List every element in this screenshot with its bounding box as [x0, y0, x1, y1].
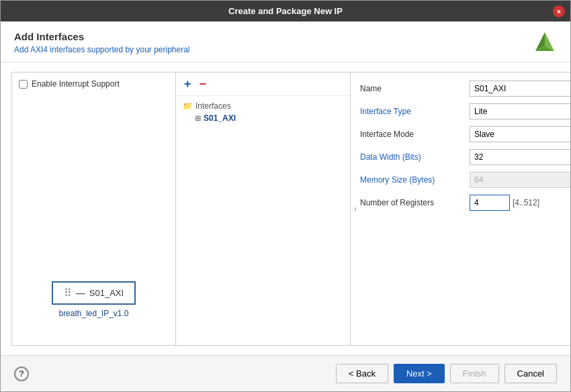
memory-size-select: 64 [470, 172, 570, 188]
num-registers-input[interactable] [470, 195, 510, 211]
right-panel: Name ✕ Interface Type Lite Full Stream [351, 72, 570, 346]
ip-block-label: breath_led_IP_v1.0 [58, 309, 128, 318]
num-registers-label: Number of Registers [360, 198, 464, 207]
folder-icon: 📁 [183, 101, 193, 111]
chip-icon: ⊞ [195, 114, 201, 123]
remove-interface-button[interactable]: − [198, 78, 208, 90]
back-button[interactable]: < Back [336, 364, 388, 383]
cancel-button[interactable]: Cancel [504, 364, 557, 383]
vivado-logo [533, 31, 557, 55]
collapse-right-arrow[interactable]: › [354, 204, 357, 213]
footer-left: ? [14, 366, 29, 381]
tree-child-item[interactable]: ⊞ S01_AXI [183, 113, 343, 123]
memory-size-select-wrapper: 64 [470, 172, 570, 188]
close-button[interactable]: × [553, 5, 565, 17]
interface-type-select[interactable]: Lite Full Stream [470, 103, 570, 119]
data-width-field-row: Data Width (Bits) 32 64 128 [360, 149, 570, 165]
footer-right: < Back Next > Finish Cancel [336, 364, 557, 383]
finish-button[interactable]: Finish [450, 364, 499, 383]
minus-icon: — [76, 288, 85, 299]
page-title: Add Interfaces [14, 31, 190, 42]
tree-parent-item: 📁 Interfaces [183, 101, 343, 111]
ip-box-name: S01_AXI [89, 288, 124, 298]
interface-type-field-row: Interface Type Lite Full Stream [360, 103, 570, 119]
ip-block: ⠿ — S01_AXI breath_led_IP_v1.0 [19, 281, 169, 318]
data-width-select-wrapper: 32 64 128 [470, 149, 570, 165]
ip-box: ⠿ — S01_AXI [52, 281, 136, 305]
interface-type-label: Interface Type [360, 107, 464, 116]
main-dialog: Create and Package New IP × Add Interfac… [0, 0, 571, 392]
num-registers-range-hint: [4..512] [513, 198, 539, 207]
data-width-select[interactable]: 32 64 128 [470, 149, 570, 165]
left-panel: Enable Interrupt Support ⠿ — S01_AXI bre… [11, 72, 176, 346]
memory-size-label: Memory Size (Bytes) [360, 175, 464, 185]
tree-child-label: S01_AXI [204, 113, 236, 123]
interface-mode-select[interactable]: Slave Master [470, 126, 570, 142]
memory-size-field-row: Memory Size (Bytes) 64 [360, 172, 570, 188]
middle-panel: + − 📁 Interfaces ⊞ S01_AXI › [176, 72, 351, 346]
footer: ? < Back Next > Finish Cancel [1, 355, 570, 391]
help-button[interactable]: ? [14, 366, 29, 381]
tree-area: 📁 Interfaces ⊞ S01_AXI [176, 96, 350, 345]
name-field-input: ✕ [470, 81, 570, 97]
name-label: Name [360, 84, 464, 93]
num-registers-field-row: Number of Registers [4..512] [360, 195, 570, 211]
middle-toolbar: + − [176, 72, 350, 96]
drag-handle-icon: ⠿ [64, 287, 72, 299]
name-input[interactable] [470, 81, 570, 97]
subtitle-text: Add AXI4 interfaces supported by [14, 45, 134, 54]
page-subtitle: Add AXI4 interfaces supported by your pe… [14, 45, 190, 54]
enable-interrupt-checkbox[interactable] [19, 80, 28, 89]
next-button[interactable]: Next > [394, 364, 445, 383]
interface-mode-label: Interface Mode [360, 130, 464, 139]
header-area: Add Interfaces Add AXI4 interfaces suppo… [1, 21, 570, 62]
interface-mode-field-row: Interface Mode Slave Master [360, 126, 570, 142]
content-area: Enable Interrupt Support ⠿ — S01_AXI bre… [1, 62, 570, 355]
interface-mode-select-wrapper: Slave Master [470, 126, 570, 142]
data-width-label: Data Width (Bits) [360, 152, 464, 162]
name-field-row: Name ✕ [360, 81, 570, 97]
num-registers-field-input: [4..512] [470, 195, 570, 211]
title-bar: Create and Package New IP × [1, 1, 570, 21]
enable-interrupt-row: Enable Interrupt Support [19, 79, 169, 89]
enable-interrupt-label: Enable Interrupt Support [32, 79, 120, 89]
header-text: Add Interfaces Add AXI4 interfaces suppo… [14, 31, 190, 54]
interface-type-select-wrapper: Lite Full Stream [470, 103, 570, 119]
add-interface-button[interactable]: + [183, 78, 193, 90]
dialog-title: Create and Package New IP [228, 6, 343, 16]
subtitle-link[interactable]: your peripheral [136, 45, 189, 54]
tree-parent-label: Interfaces [195, 101, 231, 111]
